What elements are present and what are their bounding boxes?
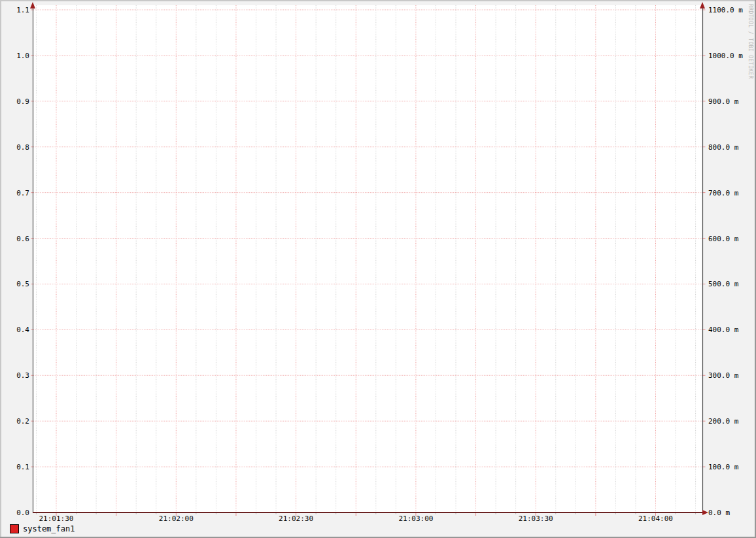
x-axis-tick-label: 21:02:00 [159,514,194,523]
right-axis-tick-label: 600.0 m [708,235,739,243]
right-axis-tick-label: 1000.0 m [708,52,743,60]
y-axis-tick-label: 0.9 [16,97,29,106]
y-axis-tick-label: 0.3 [16,371,29,380]
legend-color-swatch [10,524,19,533]
right-axis-tick-label: 1100.0 m [708,6,743,14]
right-axis-tick-label: 400.0 m [708,326,739,334]
x-axis-tick-label: 21:02:30 [279,514,313,523]
y-axis-tick-label: 0.5 [16,280,29,288]
right-axis-tick-label: 300.0 m [708,371,739,380]
y-axis-tick-label: 0.1 [16,463,29,471]
y-axis-tick-label: 0.0 [16,509,29,517]
x-axis-tick-label: 21:03:00 [398,514,433,523]
chart-legend: system_fan1 [10,524,75,533]
plot-area [33,5,703,513]
rrd-graph: 0.00.0 m0.1100.0 m0.2200.0 m0.3300.0 m0.… [0,0,756,538]
y-axis-tick-label: 0.2 [16,417,29,426]
frame-left [0,0,1,538]
x-axis-tick-label: 21:01:30 [39,514,74,523]
rrdtool-watermark: RRDTOOL / TOBI OETIKER [747,4,753,79]
right-axis-tick-label: 100.0 m [708,463,739,471]
legend-series-label: system_fan1 [23,524,75,533]
y-axis-tick-label: 1.0 [16,52,29,60]
frame-top [0,0,756,1]
right-axis-tick-label: 200.0 m [708,417,739,426]
y-axis-tick-label: 0.4 [16,326,29,334]
x-axis-tick-label: 21:03:30 [519,514,553,523]
y-axis-tick-label: 0.6 [16,235,29,243]
y-axis-tick-label: 0.7 [16,189,29,197]
right-axis-tick-label: 700.0 m [708,189,739,197]
right-axis-tick-label: 500.0 m [708,280,739,288]
x-axis-tick-label: 21:04:00 [638,514,673,523]
right-axis-tick-label: 0.0 m [708,509,730,517]
right-axis-tick-label: 900.0 m [708,97,739,106]
y-axis-tick-label: 1.1 [16,6,29,14]
chart-canvas: 0.00.0 m0.1100.0 m0.2200.0 m0.3300.0 m0.… [0,0,756,538]
right-axis-tick-label: 800.0 m [708,143,739,152]
y-axis-tick-label: 0.8 [16,143,29,152]
